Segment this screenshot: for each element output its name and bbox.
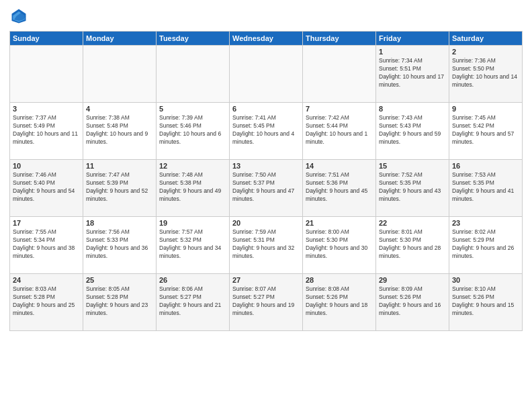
- table-row: [157, 46, 230, 103]
- day-info: Sunrise: 7:41 AM Sunset: 5:45 PM Dayligh…: [232, 114, 300, 146]
- day-number: 12: [159, 162, 226, 170]
- day-info: Sunrise: 7:38 AM Sunset: 5:48 PM Dayligh…: [86, 114, 153, 146]
- day-number: 24: [13, 276, 80, 284]
- day-number: 5: [159, 105, 226, 113]
- day-number: 23: [452, 219, 519, 227]
- day-info: Sunrise: 7:43 AM Sunset: 5:43 PM Dayligh…: [379, 114, 446, 146]
- day-number: 22: [379, 219, 446, 227]
- day-info: Sunrise: 7:50 AM Sunset: 5:37 PM Dayligh…: [232, 171, 300, 203]
- header: [9, 7, 523, 26]
- table-row: 22Sunrise: 8:01 AM Sunset: 5:30 PM Dayli…: [376, 217, 449, 274]
- table-row: 29Sunrise: 8:09 AM Sunset: 5:26 PM Dayli…: [376, 274, 449, 331]
- calendar-week-row: 3Sunrise: 7:37 AM Sunset: 5:49 PM Daylig…: [10, 103, 523, 160]
- table-row: 30Sunrise: 8:10 AM Sunset: 5:26 PM Dayli…: [449, 274, 523, 331]
- day-info: Sunrise: 7:57 AM Sunset: 5:32 PM Dayligh…: [159, 228, 226, 261]
- calendar-week-row: 17Sunrise: 7:55 AM Sunset: 5:34 PM Dayli…: [10, 217, 523, 274]
- calendar-week-row: 10Sunrise: 7:46 AM Sunset: 5:40 PM Dayli…: [10, 160, 523, 217]
- table-row: 15Sunrise: 7:52 AM Sunset: 5:35 PM Dayli…: [376, 160, 449, 217]
- day-number: 1: [379, 48, 446, 56]
- day-number: 27: [232, 276, 300, 284]
- table-row: 27Sunrise: 8:07 AM Sunset: 5:27 PM Dayli…: [230, 274, 303, 331]
- day-info: Sunrise: 7:42 AM Sunset: 5:44 PM Dayligh…: [306, 114, 373, 146]
- table-row: 4Sunrise: 7:38 AM Sunset: 5:48 PM Daylig…: [83, 103, 157, 160]
- day-info: Sunrise: 7:56 AM Sunset: 5:33 PM Dayligh…: [86, 228, 153, 261]
- day-number: 3: [13, 105, 80, 113]
- day-number: 30: [452, 276, 519, 284]
- day-number: 13: [232, 162, 300, 170]
- day-info: Sunrise: 8:02 AM Sunset: 5:29 PM Dayligh…: [452, 228, 519, 261]
- logo: [9, 7, 31, 26]
- day-number: 21: [306, 219, 373, 227]
- table-row: 18Sunrise: 7:56 AM Sunset: 5:33 PM Dayli…: [83, 217, 157, 274]
- day-info: Sunrise: 7:51 AM Sunset: 5:36 PM Dayligh…: [306, 171, 373, 203]
- table-row: 9Sunrise: 7:45 AM Sunset: 5:42 PM Daylig…: [449, 103, 523, 160]
- table-row: 25Sunrise: 8:05 AM Sunset: 5:28 PM Dayli…: [83, 274, 157, 331]
- calendar-week-row: 1Sunrise: 7:34 AM Sunset: 5:51 PM Daylig…: [10, 46, 523, 103]
- day-number: 20: [232, 219, 300, 227]
- calendar-header-row: Sunday Monday Tuesday Wednesday Thursday…: [10, 32, 523, 46]
- day-number: 4: [86, 105, 153, 113]
- day-info: Sunrise: 8:10 AM Sunset: 5:26 PM Dayligh…: [452, 285, 519, 318]
- col-saturday: Saturday: [449, 32, 523, 46]
- day-info: Sunrise: 8:08 AM Sunset: 5:26 PM Dayligh…: [306, 285, 373, 318]
- day-info: Sunrise: 7:45 AM Sunset: 5:42 PM Dayligh…: [452, 114, 519, 146]
- day-number: 28: [306, 276, 373, 284]
- table-row: 24Sunrise: 8:03 AM Sunset: 5:28 PM Dayli…: [10, 274, 83, 331]
- page: Sunday Monday Tuesday Wednesday Thursday…: [0, 0, 532, 411]
- table-row: 3Sunrise: 7:37 AM Sunset: 5:49 PM Daylig…: [10, 103, 83, 160]
- table-row: 17Sunrise: 7:55 AM Sunset: 5:34 PM Dayli…: [10, 217, 83, 274]
- day-number: 8: [379, 105, 446, 113]
- table-row: 2Sunrise: 7:36 AM Sunset: 5:50 PM Daylig…: [449, 46, 523, 103]
- col-tuesday: Tuesday: [157, 32, 230, 46]
- table-row: 10Sunrise: 7:46 AM Sunset: 5:40 PM Dayli…: [10, 160, 83, 217]
- table-row: [83, 46, 157, 103]
- table-row: 20Sunrise: 7:59 AM Sunset: 5:31 PM Dayli…: [230, 217, 303, 274]
- day-info: Sunrise: 7:39 AM Sunset: 5:46 PM Dayligh…: [159, 114, 226, 146]
- day-info: Sunrise: 7:47 AM Sunset: 5:39 PM Dayligh…: [86, 171, 153, 203]
- table-row: 13Sunrise: 7:50 AM Sunset: 5:37 PM Dayli…: [230, 160, 303, 217]
- day-info: Sunrise: 8:00 AM Sunset: 5:30 PM Dayligh…: [306, 228, 373, 261]
- day-number: 19: [159, 219, 226, 227]
- day-number: 14: [306, 162, 373, 170]
- day-number: 6: [232, 105, 300, 113]
- day-number: 15: [379, 162, 446, 170]
- day-number: 17: [13, 219, 80, 227]
- day-number: 29: [379, 276, 446, 284]
- day-number: 25: [86, 276, 153, 284]
- table-row: 16Sunrise: 7:53 AM Sunset: 5:35 PM Dayli…: [449, 160, 523, 217]
- table-row: 8Sunrise: 7:43 AM Sunset: 5:43 PM Daylig…: [376, 103, 449, 160]
- table-row: [303, 46, 376, 103]
- table-row: 1Sunrise: 7:34 AM Sunset: 5:51 PM Daylig…: [376, 46, 449, 103]
- day-number: 16: [452, 162, 519, 170]
- day-info: Sunrise: 8:03 AM Sunset: 5:28 PM Dayligh…: [13, 285, 80, 318]
- col-friday: Friday: [376, 32, 449, 46]
- table-row: 28Sunrise: 8:08 AM Sunset: 5:26 PM Dayli…: [303, 274, 376, 331]
- table-row: 6Sunrise: 7:41 AM Sunset: 5:45 PM Daylig…: [230, 103, 303, 160]
- day-info: Sunrise: 7:34 AM Sunset: 5:51 PM Dayligh…: [379, 57, 446, 89]
- day-number: 11: [86, 162, 153, 170]
- col-sunday: Sunday: [10, 32, 83, 46]
- table-row: 12Sunrise: 7:48 AM Sunset: 5:38 PM Dayli…: [157, 160, 230, 217]
- day-info: Sunrise: 7:37 AM Sunset: 5:49 PM Dayligh…: [13, 114, 80, 146]
- day-number: 10: [13, 162, 80, 170]
- day-number: 9: [452, 105, 519, 113]
- calendar-table: Sunday Monday Tuesday Wednesday Thursday…: [9, 31, 523, 331]
- day-info: Sunrise: 8:01 AM Sunset: 5:30 PM Dayligh…: [379, 228, 446, 261]
- day-info: Sunrise: 8:05 AM Sunset: 5:28 PM Dayligh…: [86, 285, 153, 318]
- table-row: 23Sunrise: 8:02 AM Sunset: 5:29 PM Dayli…: [449, 217, 523, 274]
- day-info: Sunrise: 7:55 AM Sunset: 5:34 PM Dayligh…: [13, 228, 80, 261]
- day-info: Sunrise: 8:07 AM Sunset: 5:27 PM Dayligh…: [232, 285, 300, 318]
- col-wednesday: Wednesday: [230, 32, 303, 46]
- table-row: [10, 46, 83, 103]
- table-row: 5Sunrise: 7:39 AM Sunset: 5:46 PM Daylig…: [157, 103, 230, 160]
- day-info: Sunrise: 7:46 AM Sunset: 5:40 PM Dayligh…: [13, 171, 80, 203]
- table-row: 11Sunrise: 7:47 AM Sunset: 5:39 PM Dayli…: [83, 160, 157, 217]
- day-number: 2: [452, 48, 519, 56]
- table-row: 26Sunrise: 8:06 AM Sunset: 5:27 PM Dayli…: [157, 274, 230, 331]
- calendar-week-row: 24Sunrise: 8:03 AM Sunset: 5:28 PM Dayli…: [10, 274, 523, 331]
- day-info: Sunrise: 7:48 AM Sunset: 5:38 PM Dayligh…: [159, 171, 226, 203]
- day-number: 7: [306, 105, 373, 113]
- day-info: Sunrise: 7:52 AM Sunset: 5:35 PM Dayligh…: [379, 171, 446, 203]
- table-row: 19Sunrise: 7:57 AM Sunset: 5:32 PM Dayli…: [157, 217, 230, 274]
- table-row: 7Sunrise: 7:42 AM Sunset: 5:44 PM Daylig…: [303, 103, 376, 160]
